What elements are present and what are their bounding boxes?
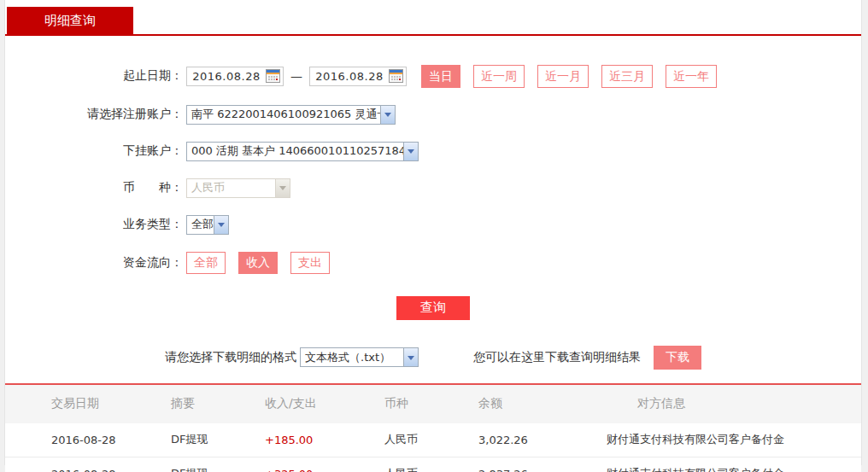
fund-flow-row: 资金流向： 全部 收入 支出 (5, 252, 861, 274)
cell-balance: 2,837.26 (478, 468, 607, 472)
register-account-row: 请选择注册账户： 南平 6222001406100921065 灵通卡 (5, 105, 861, 125)
query-button-row: 查询 (5, 296, 861, 320)
tab-detail-query[interactable]: 明细查询 (7, 7, 133, 34)
cell-date: 2016-08-28 (51, 434, 171, 446)
quick-range-week-button[interactable]: 近一周 (473, 65, 525, 88)
table-header-row: 交易日期 摘要 收入/支出 币种 余额 对方信息 (5, 385, 861, 423)
fund-flow-all-button[interactable]: 全部 (186, 252, 226, 274)
cell-balance: 3,022.26 (478, 434, 607, 446)
query-button[interactable]: 查询 (396, 296, 470, 320)
chevron-down-icon (214, 216, 228, 234)
business-type-value: 全部 (187, 217, 214, 232)
download-hint: 您可以在这里下载查询明细结果 (473, 350, 641, 365)
table-header-currency: 币种 (384, 396, 478, 411)
download-format-value: 文本格式（.txt） (301, 350, 403, 365)
sub-account-label: 下挂账户： (5, 143, 186, 159)
fund-flow-label: 资金流向： (5, 255, 186, 271)
cell-date: 2016-08-28 (51, 468, 171, 472)
register-account-label: 请选择注册账户： (5, 107, 186, 122)
end-date-value: 2016.08.28 (310, 70, 389, 83)
download-row: 请您选择下载明细的格式 文本格式（.txt） 您可以在这里下载查询明细结果 下载 (165, 346, 861, 370)
table-header-counterparty: 对方信息 (607, 396, 868, 411)
table-header-date: 交易日期 (51, 396, 171, 411)
download-format-label: 请您选择下载明细的格式 (165, 350, 296, 365)
currency-value: 人民币 (187, 180, 275, 195)
table-row: 2016-08-28 DF提现 +185.00 人民币 3,022.26 财付通… (5, 423, 861, 457)
currency-row: 币 种： 人民币 (5, 178, 861, 198)
query-form: 起止日期： 2016.08.28 — 20 (5, 36, 861, 370)
quick-range-today-button[interactable]: 当日 (421, 65, 460, 88)
sub-account-select[interactable]: 000 活期 基本户 1406600101102571848 (186, 142, 419, 161)
cell-amount: +325.00 (265, 468, 384, 472)
business-type-label: 业务类型： (5, 217, 186, 232)
business-type-select[interactable]: 全部 (186, 215, 229, 235)
date-range-separator: — (290, 69, 302, 83)
cell-counterparty: 财付通支付科技有限公司客户备付金 (607, 466, 868, 472)
currency-label: 币 种： (5, 180, 186, 195)
cell-summary: DF提现 (171, 466, 265, 472)
register-account-select[interactable]: 南平 6222001406100921065 灵通卡 (186, 105, 396, 125)
date-range-row: 起止日期： 2016.08.28 — 20 (5, 65, 861, 88)
chevron-down-icon (403, 143, 418, 160)
fund-flow-income-button[interactable]: 收入 (238, 252, 278, 274)
cell-counterparty: 财付通支付科技有限公司客户备付金 (607, 432, 868, 447)
sub-account-value: 000 活期 基本户 1406600101102571848 (187, 143, 403, 159)
table-header-amount: 收入/支出 (265, 396, 384, 411)
start-date-input[interactable]: 2016.08.28 (186, 67, 284, 86)
quick-range-buttons: 当日 近一周 近一月 近三月 近一年 (421, 65, 730, 88)
quick-range-year-button[interactable]: 近一年 (666, 65, 717, 88)
table-row: 2016-08-28 DF提现 +325.00 人民币 2,837.26 财付通… (5, 457, 861, 472)
date-range-label: 起止日期： (5, 68, 186, 84)
chevron-down-icon (380, 106, 395, 124)
calendar-icon[interactable] (266, 69, 280, 83)
chevron-down-icon (403, 348, 418, 366)
cell-amount: +185.00 (265, 434, 384, 446)
business-type-row: 业务类型： 全部 (5, 215, 861, 235)
main-panel: 明细查询 起止日期： 2016.08.28 (4, 0, 862, 465)
tab-bar: 明细查询 (5, 0, 861, 36)
cell-summary: DF提现 (171, 432, 265, 447)
fund-flow-expense-button[interactable]: 支出 (290, 252, 330, 274)
start-date-value: 2016.08.28 (187, 70, 266, 83)
calendar-icon[interactable] (389, 69, 403, 83)
table-header-balance: 余额 (478, 396, 607, 411)
download-button[interactable]: 下载 (654, 346, 701, 370)
sub-account-row: 下挂账户： 000 活期 基本户 1406600101102571848 (5, 142, 861, 161)
chevron-down-icon (275, 179, 290, 197)
end-date-input[interactable]: 2016.08.28 (309, 67, 407, 86)
quick-range-month-button[interactable]: 近一月 (537, 65, 589, 88)
download-format-select[interactable]: 文本格式（.txt） (300, 347, 419, 367)
cell-currency: 人民币 (384, 432, 478, 447)
table-header-summary: 摘要 (171, 396, 265, 411)
quick-range-quarter-button[interactable]: 近三月 (601, 65, 653, 88)
cell-currency: 人民币 (384, 466, 478, 472)
register-account-value: 南平 6222001406100921065 灵通卡 (187, 107, 380, 122)
currency-select: 人民币 (186, 178, 290, 198)
